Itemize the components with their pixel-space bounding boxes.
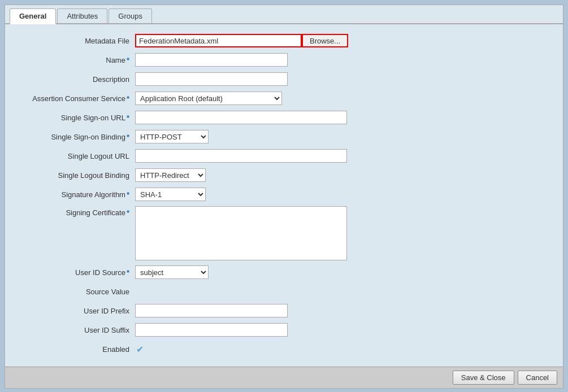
sso-url-input[interactable] [135,111,347,124]
description-label: Description [16,75,135,84]
signing-cert-required: * [127,208,129,217]
sso-binding-required: * [127,133,129,141]
assertion-consumer-service-label: Assertion Consumer Service* [16,94,135,103]
slo-binding-row: Single Logout Binding HTTP-Redirect HTTP… [16,168,552,182]
user-id-suffix-row: User ID Suffix [16,323,552,337]
save-close-button[interactable]: Save & Close [453,371,514,385]
slo-url-label: Single Logout URL [16,152,135,160]
metadata-file-label: Metadata File [16,37,135,45]
sso-url-required: * [127,114,129,122]
browse-button[interactable]: Browse... [302,34,348,47]
signing-certificate-textarea[interactable] [135,206,347,260]
description-input[interactable] [135,72,288,86]
source-value-label: Source Value [16,288,135,296]
name-input[interactable] [135,53,288,67]
assertion-consumer-service-row: Assertion Consumer Service* Application … [16,91,552,106]
slo-binding-select[interactable]: HTTP-Redirect HTTP-POST [135,168,206,182]
acs-required: * [127,94,129,103]
tab-general[interactable]: General [10,8,56,24]
user-id-prefix-input[interactable] [135,304,288,317]
sso-binding-select[interactable]: HTTP-POST HTTP-Redirect [135,130,209,143]
sso-url-label: Single Sign-on URL* [16,114,135,122]
tab-groups[interactable]: Groups [109,8,152,23]
signing-certificate-label: Signing Certificate* [16,206,135,217]
form-area: Metadata File Browse... Name* Descriptio… [5,24,563,367]
sso-binding-row: Single Sign-on Binding* HTTP-POST HTTP-R… [16,129,552,144]
name-row: Name* [16,53,552,67]
user-id-suffix-label: User ID Suffix [16,326,135,334]
tab-attributes[interactable]: Attributes [57,8,107,23]
name-label: Name* [16,56,135,64]
slo-url-input[interactable] [135,149,347,163]
sig-alg-required: * [127,190,129,199]
user-id-suffix-input[interactable] [135,323,288,337]
enabled-label: Enabled [16,345,135,354]
bottom-bar: Save & Close Cancel [5,367,563,388]
user-id-source-required: * [127,268,129,277]
sso-binding-label: Single Sign-on Binding* [16,133,135,141]
user-id-source-row: User ID Source* subject attribute [16,265,552,280]
signing-certificate-row: Signing Certificate* [16,206,552,260]
signature-algorithm-row: Signature Algorithm* SHA-1 SHA-256 SHA-5… [16,187,552,202]
user-id-prefix-row: User ID Prefix [16,303,552,318]
sso-url-row: Single Sign-on URL* [16,110,552,125]
metadata-file-input[interactable] [135,34,302,47]
name-required: * [127,56,129,64]
user-id-source-select[interactable]: subject attribute [135,265,209,279]
signature-algorithm-label: Signature Algorithm* [16,190,135,199]
description-row: Description [16,72,552,86]
signature-algorithm-select[interactable]: SHA-1 SHA-256 SHA-512 [135,188,206,201]
user-id-prefix-label: User ID Prefix [16,307,135,315]
slo-url-row: Single Logout URL [16,149,552,163]
metadata-file-row: Metadata File Browse... [16,33,552,48]
slo-binding-label: Single Logout Binding [16,171,135,180]
assertion-consumer-service-select[interactable]: Application Root (default) Custom URL [135,92,282,105]
enabled-checkmark: ✔ [136,344,144,355]
enabled-row: Enabled ✔ [16,342,552,356]
source-value-row: Source Value [16,284,552,299]
cancel-button[interactable]: Cancel [518,371,557,385]
tabs-bar: General Attributes Groups [5,5,563,24]
user-id-source-label: User ID Source* [16,268,135,277]
